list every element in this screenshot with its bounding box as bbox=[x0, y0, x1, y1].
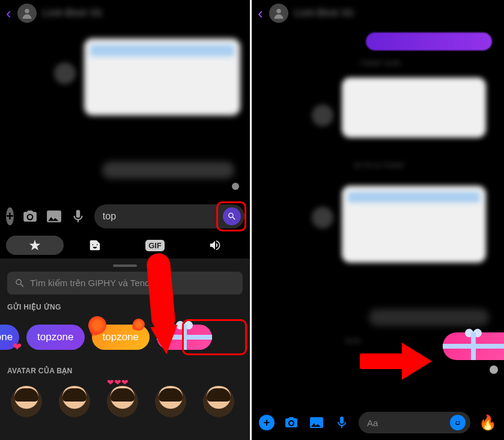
read-receipt bbox=[490, 365, 498, 374]
message-bubble bbox=[102, 162, 234, 179]
camera-icon[interactable] bbox=[283, 414, 300, 431]
effects-row: one topzone topzone bbox=[0, 316, 250, 358]
search-input-container bbox=[94, 204, 244, 228]
message-bubble bbox=[369, 309, 489, 326]
avatar-option[interactable] bbox=[105, 382, 141, 418]
screenshot-left: ‹ Linh Đình Vũ + bbox=[0, 0, 252, 440]
media-tabs: GIF bbox=[0, 232, 250, 258]
svg-point-1 bbox=[276, 9, 281, 13]
gift-bow-icon bbox=[465, 329, 482, 338]
chat-header: ‹ Linh Đình Vũ bbox=[252, 0, 504, 26]
plus-icon[interactable]: + bbox=[259, 415, 275, 430]
gif-icon: GIF bbox=[145, 240, 165, 251]
contact-name[interactable]: Linh Đình Vũ bbox=[294, 8, 354, 19]
drawer-handle[interactable] bbox=[113, 264, 137, 267]
gift-bow-icon bbox=[176, 321, 193, 331]
camera-icon[interactable] bbox=[22, 207, 38, 225]
avatar-option[interactable] bbox=[201, 382, 237, 418]
chat-messages bbox=[0, 26, 250, 201]
message-bubble bbox=[342, 78, 486, 138]
svg-point-5 bbox=[458, 421, 460, 423]
svg-point-3 bbox=[454, 418, 461, 426]
timestamp: 10:30 bbox=[345, 338, 360, 344]
effect-gift[interactable] bbox=[157, 325, 212, 350]
section-effects-title: GỬI HIỆU ỨNG bbox=[7, 303, 243, 311]
sent-gift-bubble[interactable] bbox=[443, 332, 504, 360]
giphy-search[interactable]: Tìm kiếm trên GIPHY và Tenor bbox=[7, 272, 243, 295]
sticker-icon bbox=[88, 239, 102, 252]
tab-sound[interactable] bbox=[186, 236, 244, 255]
timestamp: 20 TH 10 TODAY bbox=[354, 162, 405, 169]
avatar-option[interactable] bbox=[8, 382, 44, 418]
microphone-icon[interactable] bbox=[333, 414, 350, 431]
avatar[interactable] bbox=[17, 4, 37, 23]
tab-favorites[interactable] bbox=[6, 236, 64, 255]
avatar-option[interactable] bbox=[153, 382, 189, 418]
gallery-icon[interactable] bbox=[46, 207, 62, 225]
effect-topzone-fire[interactable]: topzone bbox=[92, 325, 150, 350]
avatar-option[interactable] bbox=[56, 382, 93, 418]
search-icon bbox=[227, 212, 237, 221]
section-avatars-title: AVATAR CỦA BẠN bbox=[7, 367, 243, 375]
emoji-icon[interactable] bbox=[450, 415, 466, 430]
message-avatar bbox=[54, 63, 76, 84]
back-icon[interactable]: ‹ bbox=[258, 4, 263, 23]
sticker-drawer: Tìm kiếm trên GIPHY và Tenor GỬI HIỆU ỨN… bbox=[0, 258, 250, 440]
message-placeholder: Aa bbox=[367, 418, 450, 428]
svg-point-4 bbox=[456, 421, 457, 423]
screenshot-right: ‹ Linh Đình Vũ TODAY 10:00 20 TH 10 TODA… bbox=[252, 0, 504, 440]
timestamp: TODAY 10:00 bbox=[360, 60, 400, 67]
chat-messages: TODAY 10:00 20 TH 10 TODAY 10:30 bbox=[252, 26, 504, 363]
tab-gif[interactable]: GIF bbox=[126, 236, 184, 255]
svg-point-0 bbox=[25, 9, 29, 13]
tab-stickers[interactable] bbox=[66, 236, 124, 255]
composer: + Aa 🔥 bbox=[252, 405, 504, 440]
contact-name[interactable]: Linh Đình Vũ bbox=[43, 8, 102, 19]
search-icon bbox=[14, 278, 25, 289]
microphone-icon[interactable] bbox=[70, 207, 86, 225]
sound-icon bbox=[208, 239, 222, 252]
back-icon[interactable]: ‹ bbox=[6, 4, 11, 23]
star-icon bbox=[28, 239, 41, 252]
message-bubble bbox=[342, 186, 486, 263]
search-input[interactable] bbox=[103, 211, 223, 222]
sent-message-bubble bbox=[366, 32, 492, 50]
read-receipt bbox=[232, 183, 239, 190]
effect-topzone-purple[interactable]: topzone bbox=[26, 325, 85, 350]
gallery-icon[interactable] bbox=[308, 414, 325, 431]
chat-header: ‹ Linh Đình Vũ bbox=[0, 0, 250, 26]
plus-icon[interactable]: + bbox=[6, 207, 14, 225]
search-button[interactable] bbox=[223, 207, 241, 225]
message-avatar bbox=[312, 105, 333, 126]
fire-reaction-icon[interactable]: 🔥 bbox=[479, 414, 497, 431]
composer: + bbox=[0, 201, 250, 232]
effect-heart[interactable]: one bbox=[0, 325, 19, 350]
avatars-row bbox=[0, 380, 250, 418]
giphy-placeholder: Tìm kiếm trên GIPHY và Tenor bbox=[30, 278, 153, 289]
message-avatar bbox=[312, 207, 333, 228]
message-input[interactable]: Aa bbox=[359, 412, 470, 433]
message-bubble bbox=[84, 38, 240, 115]
avatar[interactable] bbox=[269, 4, 288, 23]
